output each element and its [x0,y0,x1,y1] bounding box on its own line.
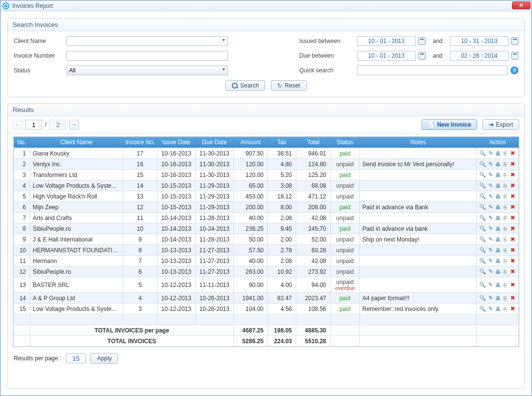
table-row[interactable]: 15Low Voltage Products & Syste...310-12-… [14,304,519,314]
view-icon[interactable]: 🔍 [479,172,486,178]
view-icon[interactable]: 🔍 [479,295,486,302]
print-icon[interactable]: 🖶 [495,161,501,168]
view-icon[interactable]: 🔍 [479,268,486,275]
delete-icon[interactable]: ✖ [510,258,516,264]
edit-icon[interactable]: ✎ [488,295,493,302]
view-icon[interactable]: 🔍 [479,215,486,221]
col-status[interactable]: Status [331,137,360,148]
table-row[interactable]: 3Transformers Ltd1510-16-201311-30-20131… [14,170,519,180]
edit-icon[interactable]: ✎ [488,193,493,200]
copy-icon[interactable]: ⎘ [503,172,509,178]
edit-icon[interactable]: ✎ [488,215,493,221]
table-row[interactable]: 12SibiuPeople.ro610-13-201311-27-2013263… [14,266,519,277]
delete-icon[interactable]: ✖ [510,282,516,288]
view-icon[interactable]: 🔍 [479,225,486,232]
table-row[interactable]: 6Mijn Zeep1210-15-201311-29-2013200.008.… [14,202,519,213]
search-button[interactable]: Search [225,80,265,91]
edit-icon[interactable]: ✎ [488,247,493,254]
delete-icon[interactable]: ✖ [510,182,516,189]
copy-icon[interactable]: ⎘ [503,268,509,275]
table-row[interactable]: 7Arts and Crafts1110-14-201311-28-201340… [14,213,519,223]
view-icon[interactable]: 🔍 [479,258,486,264]
edit-icon[interactable]: ✎ [488,236,493,243]
copy-icon[interactable]: ⎘ [503,258,509,264]
status-select[interactable] [66,66,228,75]
client-name-input[interactable] [66,36,228,46]
print-icon[interactable]: 🖶 [495,236,501,243]
copy-icon[interactable]: ⎘ [503,282,509,288]
view-icon[interactable]: 🔍 [479,150,486,157]
pager-prev[interactable]: ← [13,120,22,130]
copy-icon[interactable]: ⎘ [503,247,509,254]
edit-icon[interactable]: ✎ [488,204,493,211]
col-amount[interactable]: Amount [234,137,268,148]
col-tax[interactable]: Tax [268,137,296,148]
copy-icon[interactable]: ⎘ [503,161,509,168]
edit-icon[interactable]: ✎ [488,306,493,312]
view-icon[interactable]: 🔍 [479,193,486,200]
print-icon[interactable]: 🖶 [495,215,501,221]
delete-icon[interactable]: ✖ [510,236,516,243]
view-icon[interactable]: 🔍 [479,182,486,189]
col-client[interactable]: Client Name [30,137,123,148]
print-icon[interactable]: 🖶 [495,268,501,275]
table-row[interactable]: 2Ventyx Inc.1610-16-201311-30-2013120.00… [14,159,519,170]
print-icon[interactable]: 🖶 [495,182,501,189]
delete-icon[interactable]: ✖ [510,247,516,254]
view-icon[interactable]: 🔍 [479,282,486,288]
print-icon[interactable]: 🖶 [495,204,501,211]
calendar-icon[interactable] [511,37,518,45]
print-icon[interactable]: 🖶 [495,225,501,232]
delete-icon[interactable]: ✖ [510,225,516,232]
view-icon[interactable]: 🔍 [479,161,486,168]
copy-icon[interactable]: ⎘ [503,182,509,189]
edit-icon[interactable]: ✎ [488,182,493,189]
delete-icon[interactable]: ✖ [510,150,516,157]
reset-button[interactable]: Reset [271,80,306,91]
copy-icon[interactable]: ⎘ [503,236,509,243]
edit-icon[interactable]: ✎ [488,150,493,157]
edit-icon[interactable]: ✎ [488,225,493,232]
apply-button[interactable]: Apply [90,353,118,364]
print-icon[interactable]: 🖶 [495,258,501,264]
view-icon[interactable]: 🔍 [479,306,486,312]
calendar-icon[interactable] [511,52,518,60]
table-row[interactable]: 13BASTER SRL510-12-201311-11-201390.004.… [14,277,519,293]
copy-icon[interactable]: ⎘ [503,204,509,211]
due-to-date[interactable] [450,51,509,61]
print-icon[interactable]: 🖶 [495,150,501,157]
table-row[interactable]: 9J & E Hall International910-14-201311-2… [14,234,519,245]
delete-icon[interactable]: ✖ [510,306,516,312]
delete-icon[interactable]: ✖ [510,268,516,275]
export-button[interactable]: Export [482,119,519,130]
copy-icon[interactable]: ⎘ [503,215,509,221]
pager-current[interactable] [25,120,42,130]
copy-icon[interactable]: ⎘ [503,193,509,200]
copy-icon[interactable]: ⎘ [503,295,509,302]
edit-icon[interactable]: ✎ [488,172,493,178]
col-notes[interactable]: Notes [360,137,477,148]
quick-search-input[interactable] [357,66,508,75]
table-row[interactable]: 11Hermann710-13-201311-27-201340.002.084… [14,256,519,266]
delete-icon[interactable]: ✖ [510,193,516,200]
col-issue-date[interactable]: Issue Date [157,137,196,148]
invoice-number-input[interactable] [66,51,228,61]
edit-icon[interactable]: ✎ [488,161,493,168]
new-invoice-button[interactable]: New Invoice [421,119,477,130]
results-per-page-input[interactable] [66,353,86,363]
view-icon[interactable]: 🔍 [479,204,486,211]
copy-icon[interactable]: ⎘ [503,225,509,232]
delete-icon[interactable]: ✖ [510,204,516,211]
delete-icon[interactable]: ✖ [510,295,516,302]
copy-icon[interactable]: ⎘ [503,306,509,312]
col-no[interactable]: No. [14,137,30,148]
help-icon[interactable]: ? [510,66,518,74]
col-action[interactable]: Action [477,137,519,148]
calendar-icon[interactable] [419,52,425,60]
view-icon[interactable]: 🔍 [479,236,486,243]
edit-icon[interactable]: ✎ [488,258,493,264]
due-from-date[interactable] [357,51,416,61]
table-row[interactable]: 1Giana Kousky1710-16-201311-30-2013907.5… [14,148,519,159]
table-row[interactable]: 5High Voltage Rock'n Roll1310-15-201311-… [14,191,519,202]
edit-icon[interactable]: ✎ [488,268,493,275]
